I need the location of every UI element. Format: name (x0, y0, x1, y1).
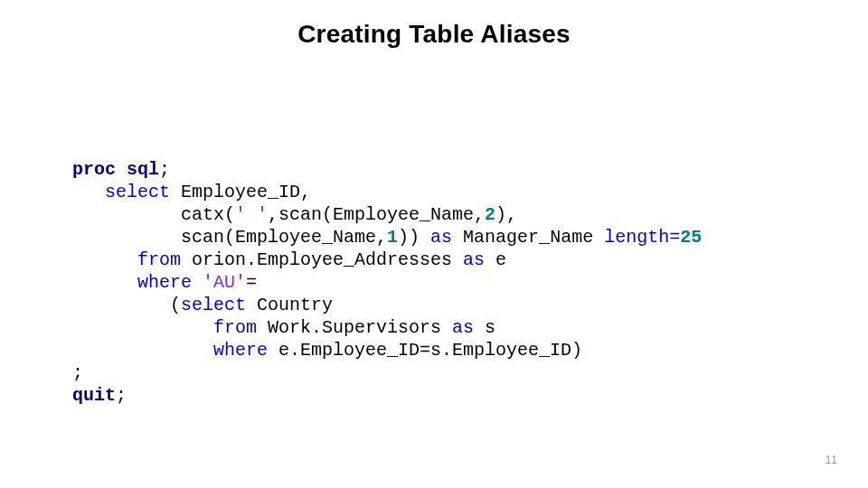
txt: ), (495, 204, 517, 225)
code-block: proc sql; select Employee_ID, catx(' ',s… (72, 158, 859, 407)
str: ' ' (235, 204, 268, 225)
kw-as: as (463, 249, 485, 270)
kw-where: where (137, 272, 192, 293)
txt (192, 272, 203, 293)
txt: Work.Supervisors (257, 317, 452, 338)
page-number: 11 (826, 454, 837, 466)
num: 1 (387, 227, 398, 248)
txt: Country (246, 295, 333, 315)
kw-select: select (105, 182, 170, 202)
kw-select: select (181, 295, 246, 315)
kw-as: as (430, 227, 452, 248)
txt: ,scan(Employee_Name, (268, 204, 485, 225)
txt: orion.Employee_Addresses (181, 249, 463, 270)
txt: e (485, 249, 506, 270)
txt: Manager_Name (452, 227, 604, 248)
txt: )) (398, 227, 430, 248)
txt: s (474, 317, 495, 338)
kw-as: as (452, 317, 474, 338)
str: 'AU' (203, 272, 246, 293)
semi: ; (116, 385, 127, 406)
kw-proc: proc (72, 159, 116, 180)
sp (116, 159, 127, 180)
txt: scan(Employee_Name, (72, 227, 387, 248)
kw-length: length= (604, 227, 680, 248)
kw-quit: quit (72, 385, 116, 406)
txt: catx( (72, 204, 235, 225)
num: 25 (680, 227, 702, 248)
semi: ; (159, 159, 170, 180)
kw-where: where (213, 340, 268, 361)
kw-from: from (137, 249, 181, 270)
slide-title: Creating Table Aliases (0, 20, 868, 49)
num: 2 (485, 204, 495, 225)
kw-from: from (213, 317, 257, 338)
txt: ( (72, 295, 181, 315)
txt: Employee_ID, (170, 182, 311, 202)
txt: = (246, 272, 257, 293)
semi: ; (72, 362, 83, 383)
txt: e.Employee_ID=s.Employee_ID) (268, 340, 582, 361)
kw-sql: sql (127, 159, 159, 180)
